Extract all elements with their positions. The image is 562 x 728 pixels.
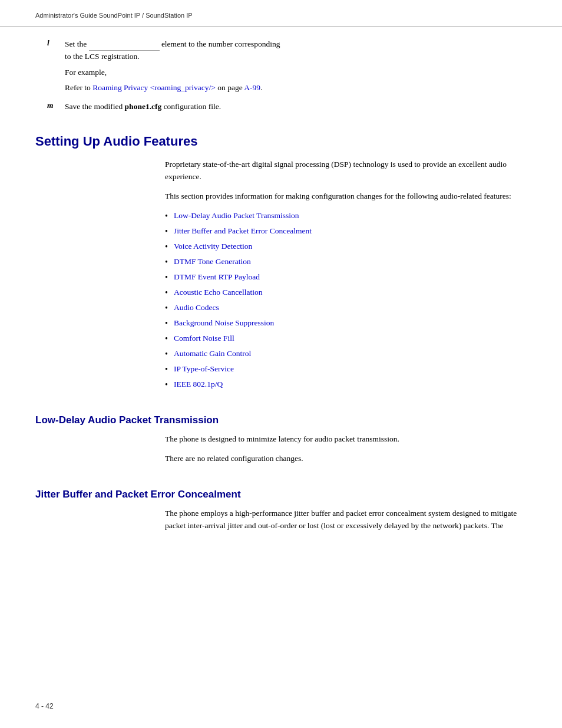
- bullet-link-5[interactable]: Acoustic Echo Cancellation: [174, 286, 263, 298]
- list-item: Jitter Buffer and Packet Error Concealme…: [165, 225, 527, 238]
- left-margin-3: [35, 508, 165, 539]
- list-item: Voice Activity Detection: [165, 241, 527, 253]
- list-item: Comfort Noise Fill: [165, 332, 527, 345]
- main-content: l Set the element to the number correspo…: [0, 27, 562, 563]
- step-l-on-page: on page: [216, 83, 244, 92]
- low-delay-heading: Low-Delay Audio Packet Transmission: [35, 414, 527, 426]
- step-l-period: .: [260, 83, 262, 92]
- step-l-label: l: [47, 38, 59, 97]
- step-l-refer: Refer to Roaming Privacy <roaming_privac…: [65, 82, 527, 94]
- setting-up-right: Proprietary state-of-the-art digital sig…: [165, 159, 527, 398]
- bullet-link-11[interactable]: IEEE 802.1p/Q: [174, 378, 223, 390]
- bullet-link-9[interactable]: Automatic Gain Control: [174, 348, 251, 360]
- step-m-text: Save the modified phone1.cfg configurati…: [65, 101, 527, 113]
- setting-up-para2: This section provides information for ma…: [165, 190, 527, 203]
- left-margin: [35, 159, 165, 398]
- page-number: 4 - 42: [35, 702, 54, 710]
- bullet-link-3[interactable]: DTMF Tone Generation: [174, 256, 251, 268]
- step-l-line1-suffix: element to the number corresponding: [161, 39, 280, 48]
- setting-up-body: Proprietary state-of-the-art digital sig…: [35, 159, 527, 398]
- jitter-buffer-para1: The phone employs a high-performance jit…: [165, 508, 527, 532]
- bullet-link-7[interactable]: Background Noise Suppression: [174, 317, 274, 329]
- step-l-for-example: For example,: [65, 67, 527, 78]
- bullet-link-6[interactable]: Audio Codecs: [174, 302, 219, 314]
- page-footer: 4 - 42: [35, 702, 54, 710]
- bullet-link-2[interactable]: Voice Activity Detection: [174, 241, 252, 252]
- step-m-config: configuration file.: [161, 102, 221, 111]
- setting-up-heading: Setting Up Audio Features: [35, 134, 527, 149]
- low-delay-para2: There are no related configuration chang…: [165, 453, 527, 465]
- list-item: Audio Codecs: [165, 302, 527, 314]
- list-item: IP Type-of-Service: [165, 363, 527, 375]
- bullet-link-0[interactable]: Low-Delay Audio Packet Transmission: [174, 210, 299, 222]
- header-text: Administrator's Guide SoundPoint IP / So…: [35, 12, 193, 19]
- list-item: Automatic Gain Control: [165, 348, 527, 360]
- low-delay-body: The phone is designed to minimize latenc…: [35, 433, 527, 472]
- step-m-filename: phone1.cfg: [125, 102, 162, 111]
- left-margin-2: [35, 433, 165, 472]
- setting-up-para1: Proprietary state-of-the-art digital sig…: [165, 159, 527, 183]
- low-delay-right: The phone is designed to minimize latenc…: [165, 433, 527, 472]
- list-item: Low-Delay Audio Packet Transmission: [165, 210, 527, 222]
- list-item: Background Noise Suppression: [165, 317, 527, 330]
- bullet-link-8[interactable]: Comfort Noise Fill: [174, 332, 234, 344]
- step-l-set: Set the: [65, 39, 87, 48]
- low-delay-para1: The phone is designed to minimize latenc…: [165, 433, 527, 446]
- list-item: DTMF Event RTP Payload: [165, 271, 527, 284]
- roaming-privacy-link[interactable]: Roaming Privacy <roaming_privacy/>: [92, 83, 216, 92]
- audio-features-list: Low-Delay Audio Packet Transmission Jitt…: [165, 210, 527, 391]
- step-l-line1: Set the element to the number correspond…: [65, 38, 527, 63]
- bullet-link-4[interactable]: DTMF Event RTP Payload: [174, 271, 260, 283]
- jitter-buffer-body: The phone employs a high-performance jit…: [35, 508, 527, 539]
- step-l-blank: [89, 38, 160, 51]
- jitter-buffer-right: The phone employs a high-performance jit…: [165, 508, 527, 539]
- page: Administrator's Guide SoundPoint IP / So…: [0, 0, 562, 728]
- list-item: Acoustic Echo Cancellation: [165, 286, 527, 299]
- step-l-content: Set the element to the number correspond…: [65, 38, 527, 97]
- step-m-save: Save the modified: [65, 102, 125, 111]
- bullet-link-1[interactable]: Jitter Buffer and Packet Error Concealme…: [174, 225, 312, 237]
- step-m-block: m Save the modified phone1.cfg configura…: [35, 101, 527, 116]
- jitter-buffer-heading: Jitter Buffer and Packet Error Concealme…: [35, 489, 527, 500]
- list-item: IEEE 802.1p/Q: [165, 378, 527, 391]
- a99-link[interactable]: A-99: [244, 83, 260, 92]
- list-item: DTMF Tone Generation: [165, 256, 527, 268]
- step-l-block: l Set the element to the number correspo…: [35, 38, 527, 97]
- step-m-label: m: [47, 101, 59, 116]
- step-l-line2: to the LCS registration.: [65, 52, 140, 61]
- step-m-content: Save the modified phone1.cfg configurati…: [65, 101, 527, 116]
- page-header: Administrator's Guide SoundPoint IP / So…: [0, 0, 562, 27]
- bullet-link-10[interactable]: IP Type-of-Service: [174, 363, 234, 375]
- step-l-refer-text: Refer to: [65, 83, 92, 92]
